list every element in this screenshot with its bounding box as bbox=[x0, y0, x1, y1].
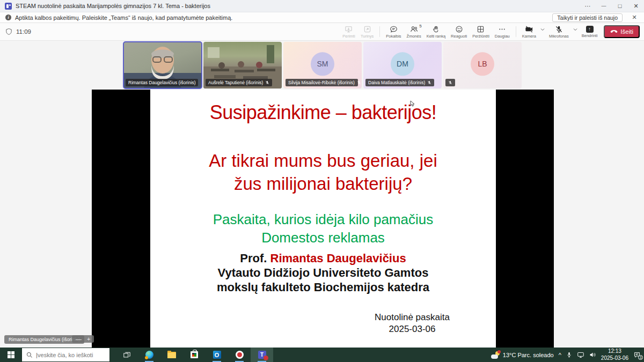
apply-restart-button[interactable]: Taikyti ir paleisti iš naujo bbox=[552, 13, 623, 22]
store-taskbar-icon[interactable] bbox=[183, 348, 206, 362]
window-title: STEAM nuotolinė paskaita Marijampolės gi… bbox=[16, 3, 210, 9]
tray-mic-icon[interactable] bbox=[566, 351, 572, 358]
window-maximize-button[interactable]: □ bbox=[612, 0, 628, 12]
notification-count-badge: 3 bbox=[638, 355, 643, 360]
windows-logo-icon bbox=[8, 351, 14, 358]
more-button[interactable]: Daugiau bbox=[493, 24, 512, 40]
avatar: SM bbox=[311, 52, 334, 76]
leave-button[interactable]: Išeiti bbox=[604, 25, 640, 38]
windows-taskbar: O T 13°C Parc. soleado ^ 12:13 2025-03-0… bbox=[0, 348, 644, 362]
media-app-taskbar-icon[interactable] bbox=[228, 348, 251, 362]
mic-off-icon bbox=[555, 25, 563, 33]
notification-bar: i Aptikta kalbos pakeitimų. Paleiskite „… bbox=[0, 12, 644, 23]
camera-button[interactable]: Kamera bbox=[520, 24, 538, 40]
chat-icon bbox=[390, 25, 398, 33]
raise-hand-button[interactable]: Kelti ranką bbox=[425, 24, 448, 40]
zoom-out-button[interactable]: — bbox=[76, 336, 82, 342]
search-icon bbox=[26, 352, 33, 358]
share-button[interactable]: ↑ Bendrinti bbox=[580, 24, 600, 40]
screen-share-viewport: Susipažinkime – bakterijos! Ar tikrai mu… bbox=[92, 90, 554, 348]
teams-taskbar-icon[interactable]: T bbox=[251, 348, 273, 362]
participant-tile-ausrele[interactable]: Aušrelė Taputienė (išorinis) bbox=[203, 42, 282, 88]
clock-time: 12:13 bbox=[601, 348, 628, 355]
avatar: DM bbox=[391, 52, 414, 76]
react-button[interactable]: Reaguoti bbox=[449, 24, 469, 40]
view-icon bbox=[477, 25, 485, 33]
participant-name-label: Aušrelė Taputienė (išorinis) bbox=[206, 79, 272, 86]
toolbar-separator bbox=[516, 26, 516, 37]
meeting-timer: 11:09 bbox=[16, 28, 31, 35]
toolbar-separator bbox=[379, 26, 380, 37]
microphone-button[interactable]: Mikrofonas bbox=[547, 24, 571, 40]
people-icon bbox=[410, 25, 418, 33]
content-icon bbox=[363, 25, 371, 33]
slide-footer: Nuotolinė paskaita 2025-03-06 bbox=[337, 312, 487, 335]
slide-subtitle: Paskaita, kurios idėja kilo pamačius Dom… bbox=[150, 211, 496, 247]
window-minimize-button[interactable]: — bbox=[596, 0, 612, 12]
mic-muted-icon bbox=[427, 80, 431, 85]
participant-tile-daiva[interactable]: DM Daiva Matlauskaitė (išorinis) bbox=[363, 42, 442, 88]
tray-expand-icon[interactable]: ^ bbox=[559, 352, 561, 358]
edge-taskbar-icon[interactable] bbox=[138, 348, 160, 362]
outlook-taskbar-icon[interactable]: O bbox=[206, 348, 228, 362]
takeover-button[interactable]: Perimti bbox=[340, 24, 357, 40]
teams-app-icon bbox=[5, 3, 12, 10]
taskbar-clock[interactable]: 12:13 2025-03-06 bbox=[601, 348, 628, 361]
avatar: LB bbox=[471, 52, 494, 76]
camera-options-chevron-icon[interactable] bbox=[539, 28, 546, 31]
mouse-cursor-icon bbox=[410, 100, 416, 107]
slide-author: Prof. Rimantas Daugelavičius Vytauto Did… bbox=[150, 252, 496, 294]
meeting-toolbar: 11:09 Perimti Turinys Pokalbis bbox=[0, 23, 644, 41]
search-input[interactable] bbox=[36, 352, 103, 358]
camera-off-icon bbox=[525, 25, 533, 33]
hang-up-icon bbox=[610, 29, 618, 34]
mic-muted-icon bbox=[265, 80, 269, 85]
participant-tile-rimantas[interactable]: Rimantas Daugelavičius (išorinis) bbox=[123, 42, 202, 88]
content-button[interactable]: Turinys bbox=[358, 24, 376, 40]
shield-icon bbox=[5, 28, 12, 35]
start-button[interactable] bbox=[0, 348, 21, 362]
participant-tile-silvija[interactable]: SM Silvija Misailovė-Ribokė (išorinis) bbox=[283, 42, 362, 88]
slide-question: Ar tikrai mums bus geriau, jei žus milij… bbox=[150, 150, 496, 196]
window-close-button[interactable]: ✕ bbox=[628, 0, 644, 12]
more-icon bbox=[498, 25, 506, 33]
taskbar-search[interactable] bbox=[21, 348, 110, 362]
teams-notification-dot bbox=[264, 356, 268, 360]
mic-muted-icon bbox=[357, 80, 361, 85]
presentation-slide: Susipažinkime – bakterijos! Ar tikrai mu… bbox=[150, 90, 496, 348]
participant-filmstrip: Rimantas Daugelavičius (išorinis) Aušrel… bbox=[123, 42, 522, 88]
microphone-options-chevron-icon[interactable] bbox=[572, 28, 579, 31]
participant-tile-lb[interactable]: LB bbox=[443, 42, 522, 88]
info-icon: i bbox=[5, 14, 11, 20]
task-view-button[interactable] bbox=[115, 348, 138, 362]
tray-volume-icon[interactable] bbox=[589, 351, 596, 358]
notification-message: Aptikta kalbos pakeitimų. Paleiskite „Te… bbox=[15, 14, 232, 21]
participant-name-label: Rimantas Daugelavičius (išorinis) bbox=[126, 79, 198, 86]
view-button[interactable]: Peržiūrėti bbox=[470, 24, 492, 40]
weather-icon bbox=[491, 351, 500, 359]
notification-close-icon[interactable]: ✕ bbox=[630, 13, 639, 22]
participant-name-label: Daiva Matlauskaitė (išorinis) bbox=[365, 79, 434, 86]
clock-date: 2025-03-06 bbox=[601, 355, 628, 362]
system-tray: 13°C Parc. soleado ^ 12:13 2025-03-06 3 bbox=[491, 348, 644, 362]
takeover-icon bbox=[345, 25, 353, 33]
people-count-badge: 5 bbox=[419, 24, 421, 28]
zoom-controls: — + bbox=[72, 335, 94, 343]
raise-hand-icon bbox=[432, 25, 440, 33]
participant-name-label: Silvija Misailovė-Ribokė (išorinis) bbox=[286, 79, 358, 86]
chat-button[interactable]: Pokalbis bbox=[384, 24, 403, 40]
people-button[interactable]: 5 Žmonės bbox=[405, 24, 423, 40]
weather-widget[interactable]: 13°C Parc. soleado bbox=[491, 351, 554, 359]
mic-muted-icon bbox=[445, 79, 455, 86]
file-explorer-taskbar-icon[interactable] bbox=[160, 348, 183, 362]
react-icon bbox=[455, 25, 463, 33]
meeting-stage: Rimantas Daugelavičius (išorinis) Aušrel… bbox=[0, 41, 644, 348]
slide-title: Susipažinkime – bakterijos! bbox=[150, 101, 496, 124]
window-more-button[interactable]: ⋯ bbox=[580, 0, 596, 12]
share-screen-icon: ↑ bbox=[586, 26, 594, 33]
action-center-button[interactable]: 3 bbox=[633, 351, 641, 358]
window-title-bar: STEAM nuotolinė paskaita Marijampolės gi… bbox=[0, 0, 644, 12]
zoom-in-button[interactable]: + bbox=[87, 336, 90, 342]
weather-text: 13°C Parc. soleado bbox=[503, 352, 554, 358]
tray-display-icon[interactable] bbox=[577, 351, 584, 358]
